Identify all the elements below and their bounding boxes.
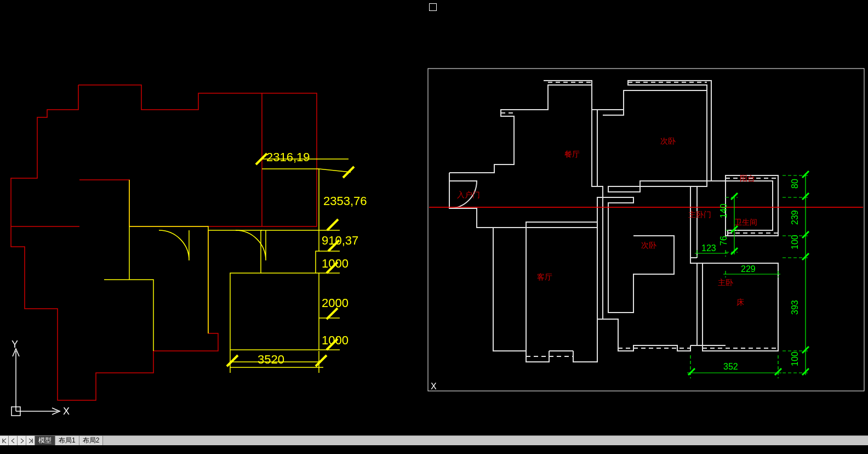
room-label: 阳台 [740, 174, 755, 183]
dim-label: 140 [719, 203, 728, 218]
svg-line-33 [688, 368, 695, 375]
svg-line-5 [327, 308, 338, 319]
right-floorplan: 餐厅 次卧 入户门 主卧门 阳台 卫生间 客厅 次卧 主卧 床 80 239 1… [429, 81, 863, 378]
room-label: 次卧 [660, 137, 676, 145]
dim-label: 100 [790, 351, 800, 366]
tab-first-button[interactable] [0, 436, 9, 445]
tab-layout1[interactable]: 布局1 [55, 436, 79, 445]
dim-label: 2000 [322, 296, 349, 310]
dim-label: 239 [790, 210, 800, 225]
tab-next-button[interactable] [18, 436, 26, 445]
room-label: 床 [736, 298, 744, 307]
room-label: 卫生间 [734, 218, 757, 226]
tab-model[interactable]: 模型 [35, 436, 55, 445]
ucs-y-label: Y [12, 339, 18, 350]
layout-tab-bar: 模型 布局1 布局2 [0, 435, 868, 445]
tab-label: 布局2 [83, 436, 100, 445]
dim-label: 2316,19 [266, 150, 310, 164]
room-label: 主卧门 [688, 211, 711, 219]
cad-canvas[interactable]: 2316,19 2353,76 910,37 1000 2000 1000 35… [0, 0, 868, 436]
tab-layout2[interactable]: 布局2 [79, 436, 104, 445]
tab-label: 布局1 [59, 436, 76, 445]
dim-label: 3520 [258, 353, 284, 366]
dim-label: 1000 [322, 333, 349, 347]
dim-label: 100 [790, 235, 800, 249]
dim-label: 123 [701, 243, 716, 253]
dim-label: 76 [719, 236, 728, 246]
tab-label: 模型 [38, 436, 52, 445]
svg-line-2 [327, 219, 338, 230]
tab-prev-button[interactable] [9, 436, 18, 445]
dim-label: 393 [790, 300, 800, 315]
room-label: 客厅 [537, 273, 552, 281]
ucs-x-label: X [431, 382, 437, 391]
dim-label: 229 [741, 264, 756, 274]
room-label: 次卧 [641, 241, 656, 249]
dim-label: 910,37 [322, 234, 358, 247]
dim-label: 2353,76 [323, 194, 367, 208]
ucs-x-label: X [63, 406, 70, 417]
room-label: 入户门 [457, 191, 480, 199]
room-label: 餐厅 [564, 150, 580, 158]
room-label: 主卧 [718, 279, 733, 287]
tab-last-button[interactable] [26, 436, 35, 445]
svg-line-8 [316, 355, 327, 366]
dim-label: 352 [723, 362, 738, 371]
dim-label: 1000 [322, 257, 349, 270]
dim-label: 80 [790, 179, 800, 189]
svg-line-7 [227, 355, 238, 366]
ucs-icon: Y X [8, 340, 74, 425]
